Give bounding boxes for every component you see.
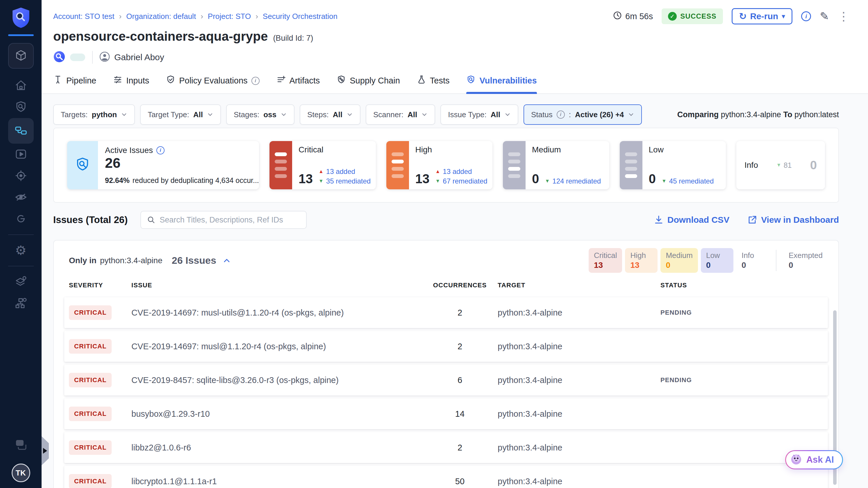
header-actions: 6m 56s ✓ SUCCESS ↻ Re-run ▾ i ✎ ⋮ [613,8,849,24]
sto-module-icon [53,51,65,64]
download-csv-link[interactable]: Download CSV [654,215,729,225]
critical-card[interactable]: Critical 13 ▲13 added ▼35 remediated [270,141,376,189]
table-row[interactable]: CRITICAL CVE-2019-14697: musl-utils@1.1.… [64,297,828,328]
sliders-icon [113,75,122,86]
chip-high[interactable]: High 13 [625,248,657,273]
tab-vulnerabilities[interactable]: Vulnerabilities [466,75,537,93]
table-row[interactable]: CRITICAL busybox@1.29.3-r10 14 python:3.… [64,398,828,429]
filter-row: Targets:python Target Type:All Stages:os… [53,104,839,125]
tab-artifacts[interactable]: Artifacts [276,75,320,93]
medium-card[interactable]: Medium 0 ▼124 remediated [503,141,609,189]
sidebar-item-org-settings[interactable] [8,293,34,314]
ask-ai-button[interactable]: Ask AI [785,450,843,469]
shield-search-icon [74,156,91,174]
harness-sto-logo-icon[interactable] [11,7,31,29]
chevron-down-icon [207,112,213,118]
info-icon[interactable]: i [156,146,164,154]
download-icon [654,215,663,224]
filter-issue-type[interactable]: Issue Type:All [440,104,518,125]
chevron-down-icon [346,112,353,118]
status-pending: PENDING [660,309,823,316]
pipeline-pin-icon [53,75,62,86]
added-triangle-icon: ▲ [319,169,323,175]
sidebar-item-home[interactable] [8,75,34,96]
info-icon: i [557,111,565,119]
chip-medium[interactable]: Medium 0 [660,248,698,273]
stage-toggle[interactable] [70,54,85,61]
breadcrumb-account[interactable]: Account: STO test [53,12,115,21]
status-text: SUCCESS [680,12,716,20]
tab-pipeline[interactable]: Pipeline [53,75,96,93]
breadcrumb-org[interactable]: Organization: default [126,12,196,21]
breadcrumb-module[interactable]: Security Orchestration [263,12,338,21]
user-avatar[interactable]: TK [12,464,30,482]
eye-off-icon [14,190,28,205]
severity-badge: CRITICAL [69,440,112,455]
refresh-icon: ↻ [739,12,747,21]
sidebar-item-targets[interactable] [8,165,34,187]
filter-scanner[interactable]: Scanner:All [366,104,435,125]
active-issues-title: Active Issues [105,146,153,155]
dedup-text: reduced by deduplicating 4,634 occur... [132,176,259,185]
help-chat-button[interactable]: ? [14,438,28,453]
severity-bars-icon [386,141,409,189]
filter-targets[interactable]: Targets:python [53,104,135,125]
shield-search-icon [14,100,28,115]
active-issues-count: 26 [105,156,252,171]
user-icon [100,52,110,63]
chip-low[interactable]: Low 0 [701,248,734,273]
remediated-triangle-icon: ▼ [435,178,440,184]
chip-info[interactable]: Info 0 [736,248,769,273]
sidebar-item-sto-overview[interactable] [8,96,34,118]
high-card[interactable]: High 13 ▲13 added ▼67 remediated [386,141,493,189]
info-icon[interactable]: i [251,77,259,85]
filter-stages[interactable]: Stages:oss [226,104,294,125]
sidebar-item-exemptions[interactable] [8,187,34,208]
table-row[interactable]: CRITICAL CVE-2019-14697: musl@1.1.20-r4 … [64,331,828,362]
module-selector-button[interactable] [8,43,34,69]
tab-policy-evaluations[interactable]: Policy Evaluations i [166,75,259,93]
table-row[interactable]: CRITICAL libcrypto1.1@1.1.1a-r1 50 pytho… [64,466,828,488]
chip-critical[interactable]: Critical 13 [589,248,622,273]
tab-inputs[interactable]: Inputs [113,75,149,93]
sidebar-item-settings[interactable]: ⚙ [8,240,34,261]
status-badge: ✓ SUCCESS [661,8,723,24]
sidebar-divider [8,266,34,266]
edit-pencil-icon[interactable]: ✎ [820,10,829,23]
filter-target-type[interactable]: Target Type:All [140,104,221,125]
gear-icon: ⚙ [15,244,27,257]
sidebar-item-getting-started[interactable] [8,208,34,230]
info-card[interactable]: Info ▼ 81 0 [736,141,825,189]
breadcrumb-project[interactable]: Project: STO [208,12,251,21]
dedup-percent: 92.64% [105,176,130,185]
issues-search[interactable] [141,211,307,229]
more-menu-icon[interactable]: ⋮ [838,9,849,23]
sidebar-item-pipelines[interactable] [8,118,34,144]
search-input[interactable] [160,215,300,224]
low-card[interactable]: Low 0 ▼45 remediated [620,141,726,189]
filter-status[interactable]: Status i : Active (26) +4 [524,104,642,125]
group-count: 26 Issues [172,255,216,266]
sidebar-item-default-settings[interactable] [8,271,34,293]
chevron-up-icon[interactable] [223,256,231,265]
chip-exempted[interactable]: Exempted 0 [783,248,828,273]
active-issues-card[interactable]: Active Issues i 26 92.64% reduced by ded… [67,141,259,189]
issues-header: Issues (Total 26) Download CSV [53,211,839,229]
table-row[interactable]: CRITICAL CVE-2019-8457: sqlite-libs@3.26… [64,365,828,396]
breadcrumb-separator: › [255,12,258,21]
severity-badge: CRITICAL [69,373,112,387]
tab-tests[interactable]: Tests [417,75,450,93]
breadcrumb-separator: › [200,12,203,21]
view-in-dashboard-link[interactable]: View in Dashboard [748,215,839,225]
added-triangle-icon: ▲ [435,169,440,175]
chevron-down-icon: ▾ [782,12,785,20]
severity-chips: Critical 13 High 13 Medium 0 Low [589,248,828,273]
info-icon[interactable]: i [801,11,811,21]
sidebar-item-executions[interactable] [8,144,34,165]
rerun-button[interactable]: ↻ Re-run ▾ [732,8,793,24]
power-icon [14,212,28,226]
filter-steps[interactable]: Steps:All [300,104,361,125]
sidebar: ⚙ [0,0,41,488]
table-row[interactable]: CRITICAL libbz2@1.0.6-r6 2 python:3.4-al… [64,432,828,463]
tab-supply-chain[interactable]: Supply Chain [337,75,400,93]
